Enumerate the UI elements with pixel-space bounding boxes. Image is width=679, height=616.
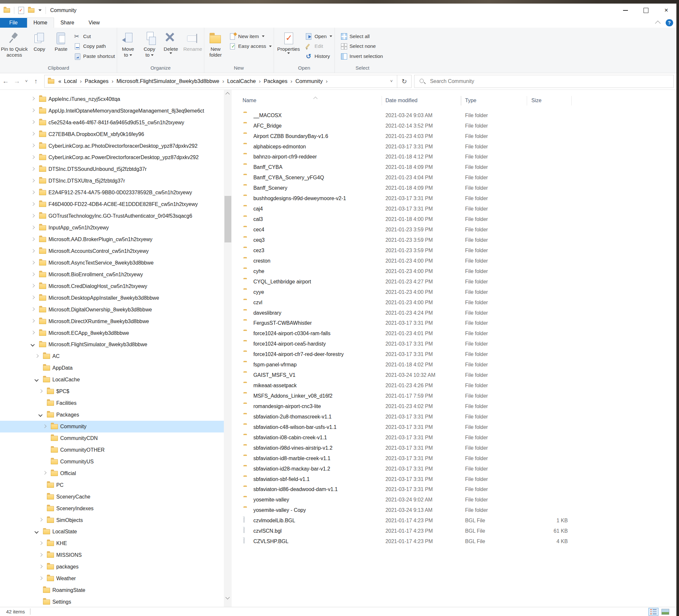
paste-button[interactable]: Paste [50,30,72,52]
tree-expander-icon[interactable] [41,447,48,453]
tree-expander-icon[interactable] [30,236,36,243]
tree-item[interactable]: Microsoft.DirectXRuntime_8wekyb3d8bbwe [0,316,224,327]
refresh-button[interactable]: ↻ [397,75,412,88]
file-row[interactable]: caj4 2021-03-17 3:31 PM File folder [236,204,676,214]
qat-new-folder-icon[interactable] [28,8,34,13]
tab-home[interactable]: Home [27,18,54,28]
breadcrumb-separator-icon[interactable]: › [257,78,262,85]
tree-item[interactable]: CyberLinkCorp.ac.PowerDirectorforacerDes… [0,152,224,164]
new-folder-button[interactable]: New folder [204,30,227,58]
invert-selection-button[interactable]: Invert selection [338,52,385,61]
tree-expander-icon[interactable] [30,107,36,114]
tree-item[interactable]: Facilities [0,397,224,409]
tree-expander-icon[interactable] [33,528,40,535]
tree-expander-icon[interactable] [33,377,40,383]
tree-item[interactable]: Microsoft.FlightSimulator_8wekyb3d8bbwe [0,339,224,351]
tree-item[interactable]: MISSIONS [0,549,224,561]
cut-button[interactable]: Cut [72,32,117,41]
file-row[interactable]: sbfaviation-2u8-thomascreek-v1.1 2021-03… [236,412,676,422]
pin-to-quick-access-button[interactable]: Pin to Quick access [0,30,29,58]
file-row[interactable]: czvl 2021-01-23 4:00 PM File folder [236,297,676,308]
tree-expander-icon[interactable] [33,353,40,360]
thumbnails-view-button[interactable] [660,608,670,616]
tree-item[interactable]: AC [0,351,224,362]
tree-expander-icon[interactable] [30,154,36,161]
breadcrumb-item[interactable]: Microsoft.FlightSimulator_8wekyb3d8bbwe [115,77,221,85]
file-row[interactable]: sbfaviation-c48-wilson-bar-usfs-v1.1 202… [236,422,676,432]
file-row[interactable]: mikeaat-assetpack 2021-01-23 4:26 PM Fil… [236,380,676,391]
tree-expander-icon[interactable] [30,119,36,126]
close-button[interactable]: × [656,4,677,18]
file-row[interactable]: GAIST_MSFS_V1 2021-03-24 10:32 AM File f… [236,370,676,380]
breadcrumb-item[interactable]: LocalCache [226,77,257,85]
tree-item[interactable]: packages [0,561,224,573]
file-row[interactable]: alphabiceps-edmonton 2021-03-17 3:31 PM … [236,141,676,152]
new-item-button[interactable]: New item [227,32,273,41]
tree-item[interactable]: Microsoft.AAD.BrokerPlugin_cw5n1h2txyewy [0,234,224,246]
tree-item[interactable]: LocalCache [0,374,224,386]
tree-item[interactable]: LocalState [0,526,224,538]
tree-expander-icon[interactable] [30,294,36,301]
file-row[interactable]: sbfaviation-id8-marble-creek-v1.1 2021-0… [236,453,676,464]
copy-path-button[interactable]: Copy path [72,42,117,51]
tree-expander-icon[interactable] [41,458,48,465]
breadcrumb-item[interactable]: Local [63,77,78,85]
tree-item[interactable]: CommunityUS [0,456,224,467]
search-input[interactable] [429,78,674,85]
tree-expander-icon[interactable] [30,189,36,196]
select-none-button[interactable]: Select none [338,42,385,51]
tree-item[interactable]: AppleInc.iTunes_nzyj5cx40ttqa [0,93,224,105]
breadcrumb-item[interactable]: Community [294,77,324,85]
file-row[interactable]: sbfaviation-id28-mackay-bar-v1.2 2021-03… [236,464,676,474]
up-icon[interactable]: ↑ [30,77,42,85]
tree-expander-icon[interactable] [37,552,44,559]
file-row[interactable]: force1024-airport-c0304-ram-falls 2021-0… [236,328,676,339]
tree-expander-icon[interactable] [30,259,36,266]
breadcrumb-separator-icon[interactable]: › [78,78,83,85]
tree-expander-icon[interactable] [30,318,36,325]
file-row[interactable]: czvlmodelLib.BGL 2021-01-17 4:23 PM BGL … [236,515,676,526]
tree-item[interactable]: Community [0,421,224,432]
tree-expander-icon[interactable] [30,306,36,313]
address-dropdown-icon[interactable]: ˅ [387,79,395,84]
file-row[interactable]: cez3 2021-01-23 3:59 PM File folder [236,246,676,256]
tree-item[interactable]: C27EB4BA.DropboxOEM_xbfy0k16fey96 [0,129,224,140]
tree-expander-icon[interactable] [37,400,44,407]
tree-expander-icon[interactable] [37,505,44,512]
breadcrumb[interactable]: « Local › Packages › Microsoft.FlightSim… [44,75,397,88]
file-row[interactable]: yosemite-valley - Copy 2021-03-24 9:13 A… [236,505,676,515]
column-header-type[interactable]: Type [465,98,477,103]
file-row[interactable]: cyhe 2021-01-23 4:00 PM File folder [236,266,676,277]
tree-expander-icon[interactable] [37,388,44,395]
tree-item[interactable]: SimObjects [0,515,224,526]
tree-expander-icon[interactable] [37,411,44,418]
file-row[interactable]: sbfaviation-i08-cabin-creek-v1.1 2021-03… [236,432,676,443]
tree-expander-icon[interactable] [37,517,44,524]
tree-expander-icon[interactable] [37,493,44,500]
tree-item[interactable]: Official [0,467,224,479]
column-header-name[interactable]: Name [243,98,256,103]
file-row[interactable]: FergusST-CWBAWhistler 2021-03-17 3:31 PM… [236,318,676,328]
details-view-button[interactable] [648,608,658,616]
back-icon[interactable]: ← [0,77,11,85]
tree-item[interactable]: CommunityOTHER [0,444,224,456]
search-box[interactable] [414,75,674,88]
file-row[interactable]: sbfaviation-i98d-vines-airstrip-v1.2 202… [236,443,676,453]
column-header-size[interactable]: Size [531,98,541,103]
tree-expander-icon[interactable] [37,563,44,571]
file-row[interactable]: bahnzo-airport-cfr9-reddeer 2021-01-18 4… [236,152,676,162]
breadcrumb-item[interactable]: Packages [263,77,289,85]
tree-expander-icon[interactable] [30,342,36,348]
file-row[interactable]: Banff_CYBA 2021-01-18 4:09 PM File folde… [236,162,676,172]
file-row[interactable]: MSFS_Addons_Linker_v08_d16f2 2021-01-17 … [236,391,676,401]
tree-item[interactable]: RoamingState [0,584,224,596]
minimize-button[interactable] [616,4,636,18]
tree-item[interactable]: DTSInc.DTSXUltra_t5j2fzbtdg37r [0,175,224,187]
tree-item[interactable]: Microsoft.DigitalOwnership_8wekyb3d8bbwe [0,304,224,316]
tree-expander-icon[interactable] [30,330,36,336]
tree-expander-icon[interactable] [37,540,44,547]
copy-button[interactable]: Copy [29,30,51,52]
column-header-date-modified[interactable]: Date modified [386,98,418,103]
file-row[interactable]: cyye 2021-01-23 4:00 PM File folder [236,287,676,297]
tree-item[interactable]: Settings [0,596,224,607]
